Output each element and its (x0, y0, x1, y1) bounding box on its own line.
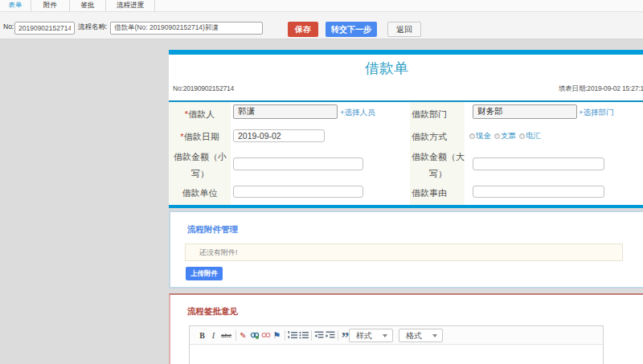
select-dept-link[interactable]: +选择部门 (579, 108, 614, 118)
form-bottom-border (169, 205, 643, 208)
tab-bar: 表单 附件 签批 流程进度 (0, 0, 643, 12)
anchor-icon[interactable]: ⚑ (272, 330, 282, 341)
style-dropdown[interactable]: 样式 (349, 329, 393, 342)
method-radio-group: 现金 支票 电汇 (469, 131, 544, 141)
style-dropdown-label: 样式 (356, 331, 372, 340)
radio-cash[interactable] (469, 133, 475, 139)
dept-input[interactable] (473, 104, 577, 119)
style-caret-icon (383, 334, 387, 337)
unit-label: 借款单位 (169, 187, 231, 199)
next-step-button[interactable]: 转交下一步 (326, 22, 377, 37)
link-icon[interactable] (249, 330, 260, 341)
process-name-input[interactable] (110, 22, 263, 35)
borrower-label: *借款人 (169, 108, 231, 121)
radio-wire[interactable] (519, 133, 525, 139)
save-button[interactable]: 保存 (288, 22, 318, 37)
radio-wire-label: 电汇 (526, 131, 541, 141)
amount-small-input[interactable] (233, 157, 363, 170)
back-button[interactable]: 返回 (387, 22, 421, 37)
method-label: 借款方式 (412, 131, 466, 143)
borrow-date-label: *借款日期 (169, 131, 231, 143)
toolbar: No: 流程名称: 保存 转交下一步 返回 (0, 12, 643, 39)
reason-label: 借款事由 (412, 187, 466, 199)
tab-approval[interactable]: 签批 (70, 0, 106, 11)
unlink-icon[interactable] (260, 330, 271, 341)
editor-toolbar: B I abc ✎ ⚑ ” (190, 326, 603, 345)
tab-form-label: 表单 (9, 1, 23, 10)
attachment-empty-text: 还没有附件! (199, 248, 238, 256)
tab-attachment-label: 附件 (43, 1, 57, 10)
form-title: 借款单 (169, 56, 604, 81)
unit-input[interactable] (233, 186, 363, 198)
outdent-icon[interactable] (313, 330, 324, 341)
unordered-list-icon[interactable] (298, 330, 309, 341)
upload-attachment-button[interactable]: 上传附件 (186, 267, 223, 280)
radio-cheque[interactable] (494, 133, 500, 139)
amount-small-label: 借款金额（小写） (172, 149, 228, 182)
tab-form[interactable]: 表单 (0, 0, 31, 11)
tab-attachment[interactable]: 附件 (31, 0, 70, 11)
rich-text-editor: B I abc ✎ ⚑ ” 样式 格式 (189, 325, 604, 364)
tab-approval-label: 签批 (81, 1, 95, 10)
bold-icon[interactable]: B (197, 330, 207, 341)
reason-input[interactable] (473, 186, 604, 198)
form-no-text: No:20190902152714 (173, 84, 234, 92)
form-table: *借款人 +选择人员 借款部门 +选择部门 *借款日期 借款方式 现金 支票 电… (169, 102, 643, 205)
attachment-empty-bar: 还没有附件! (185, 243, 623, 261)
borrow-date-input[interactable] (233, 129, 325, 142)
form-date-text: 填表日期:2019-09-02 15:27:1 (559, 84, 643, 94)
no-input[interactable] (14, 22, 75, 35)
italic-icon[interactable]: I (208, 330, 219, 341)
radio-cheque-label: 支票 (501, 131, 516, 141)
attachment-heading: 流程附件管理 (187, 224, 238, 235)
approval-heading: 流程签批意见 (187, 306, 238, 317)
tab-progress[interactable]: 流程进度 (106, 0, 155, 11)
format-dropdown-label: 格式 (406, 331, 422, 340)
amount-big-label: 借款金额（大写） (410, 149, 466, 182)
amount-big-input[interactable] (473, 157, 604, 170)
format-dropdown[interactable]: 格式 (399, 329, 443, 342)
remove-format-icon[interactable]: ✎ (238, 330, 248, 341)
editor-content-area[interactable] (190, 345, 603, 364)
radio-cash-label: 现金 (476, 131, 491, 141)
select-person-link[interactable]: +选择人员 (340, 108, 375, 118)
format-caret-icon (432, 334, 437, 337)
ordered-list-icon[interactable] (287, 330, 297, 341)
strikethrough-icon[interactable]: abc (219, 330, 233, 341)
indent-icon[interactable] (325, 330, 335, 341)
process-name-label: 流程名称: (78, 22, 107, 32)
no-label: No: (3, 22, 14, 31)
tab-progress-label: 流程进度 (117, 1, 144, 10)
dept-label: 借款部门 (412, 108, 466, 121)
borrower-input[interactable] (233, 104, 338, 119)
